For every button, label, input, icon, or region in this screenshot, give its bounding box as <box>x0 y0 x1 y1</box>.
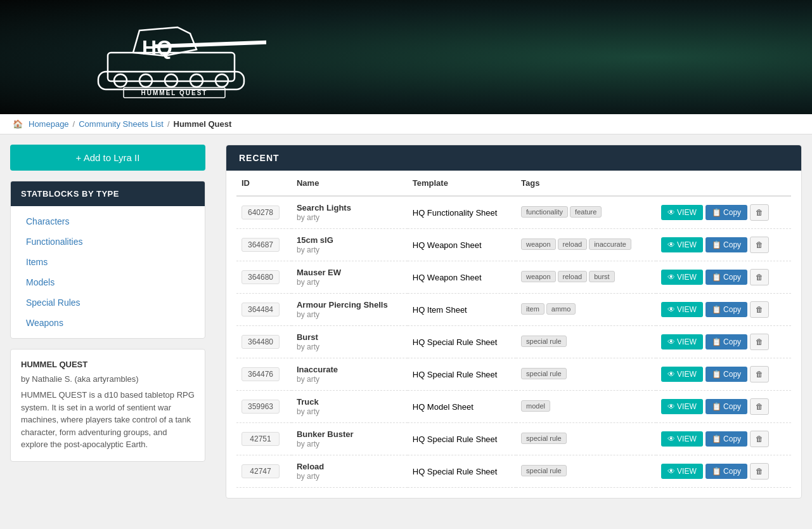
col-header-template: Template <box>408 171 516 196</box>
row-id: 364484 <box>236 294 292 326</box>
entry-author: by arty <box>297 213 319 222</box>
sidebar-item-items[interactable]: Items <box>11 252 205 272</box>
row-id: 364680 <box>236 261 292 294</box>
copy-button[interactable]: 📋 Copy <box>706 302 747 317</box>
delete-button[interactable]: 🗑 <box>750 463 769 480</box>
page-header: HQ HUMMEL QUEST <box>0 0 812 114</box>
entry-author: by arty <box>297 278 319 287</box>
col-header-name: Name <box>292 171 408 196</box>
id-badge: 364484 <box>242 303 280 317</box>
row-tags: special rule <box>516 455 656 488</box>
row-id: 364480 <box>236 326 292 358</box>
row-name: Bunker Busterby arty <box>292 423 408 455</box>
row-tags: itemammo <box>516 294 656 326</box>
table-row: 36468715cm sIGby artyHQ Weapon Sheetweap… <box>236 229 791 261</box>
sidebar-item-weapons[interactable]: Weapons <box>11 313 205 333</box>
delete-button[interactable]: 🗑 <box>750 334 769 350</box>
copy-button[interactable]: 📋 Copy <box>706 464 747 479</box>
row-template: HQ Functionality Sheet <box>408 196 516 229</box>
info-author: by Nathalie S. (aka artyrambles) <box>21 374 195 384</box>
home-icon: 🏠 <box>13 119 23 129</box>
breadcrumb-current: Hummel Quest <box>174 119 232 129</box>
row-name: Truckby arty <box>292 391 408 423</box>
sidebar-item-functionalities[interactable]: Functionalities <box>11 232 205 252</box>
entry-name: 15cm sIG <box>297 235 403 245</box>
copy-button[interactable]: 📋 Copy <box>706 334 747 349</box>
row-actions: 👁 VIEW📋 Copy🗑 <box>656 391 791 423</box>
breadcrumb-home[interactable]: Homepage <box>29 119 69 129</box>
table-wrapper: ID Name Template Tags 640278Search Light… <box>226 171 801 498</box>
id-badge: 364680 <box>242 270 280 284</box>
delete-button[interactable]: 🗑 <box>750 269 769 285</box>
sidebar-item-characters[interactable]: Characters <box>11 211 205 232</box>
view-button[interactable]: 👁 VIEW <box>661 431 703 447</box>
delete-button[interactable]: 🗑 <box>750 237 769 253</box>
entry-name: Armour Piercing Shells <box>297 300 403 310</box>
copy-button[interactable]: 📋 Copy <box>706 270 747 285</box>
table-row: 364484Armour Piercing Shellsby artyHQ It… <box>236 294 791 326</box>
row-tags: special rule <box>516 423 656 455</box>
breadcrumb-community[interactable]: Community Sheets List <box>79 119 164 129</box>
row-tags: weaponreloadburst <box>516 261 656 294</box>
delete-button[interactable]: 🗑 <box>750 301 769 318</box>
entry-author: by arty <box>297 245 319 254</box>
copy-button[interactable]: 📋 Copy <box>706 205 747 220</box>
tag-badge: ammo <box>546 303 576 315</box>
add-to-lyra-button[interactable]: + Add to Lyra II <box>10 145 205 171</box>
id-badge: 359963 <box>242 400 280 414</box>
entry-name: Mauser EW <box>297 268 403 277</box>
row-tags: special rule <box>516 326 656 358</box>
table-row: 42747Reloadby artyHQ Special Rule Sheets… <box>236 455 791 488</box>
entry-author: by arty <box>297 343 319 351</box>
svg-text:HQ: HQ <box>142 36 172 59</box>
delete-button[interactable]: 🗑 <box>750 204 769 221</box>
entry-name: Truck <box>297 397 403 407</box>
row-tags: weaponreloadinaccurate <box>516 229 656 261</box>
view-button[interactable]: 👁 VIEW <box>661 270 703 285</box>
copy-button[interactable]: 📋 Copy <box>706 431 747 447</box>
row-tags: special rule <box>516 358 656 391</box>
copy-button[interactable]: 📋 Copy <box>706 399 747 414</box>
statblocks-header: STATBLOCKS BY TYPE <box>11 181 205 206</box>
row-name: 15cm sIGby arty <box>292 229 408 261</box>
row-template: HQ Special Rule Sheet <box>408 358 516 391</box>
tag-badge: weapon <box>521 271 556 282</box>
view-button[interactable]: 👁 VIEW <box>661 464 703 479</box>
view-button[interactable]: 👁 VIEW <box>661 367 703 382</box>
col-header-actions <box>656 171 791 196</box>
row-actions: 👁 VIEW📋 Copy🗑 <box>656 294 791 326</box>
info-description: HUMMEL QUEST is a d10 based tabletop RPG… <box>21 389 195 451</box>
delete-button[interactable]: 🗑 <box>750 366 769 382</box>
sidebar-info-box: HUMMEL QUEST by Nathalie S. (aka artyram… <box>10 349 205 462</box>
svg-text:HUMMEL QUEST: HUMMEL QUEST <box>141 89 208 96</box>
col-header-id: ID <box>236 171 292 196</box>
entry-author: by arty <box>297 440 319 448</box>
delete-button[interactable]: 🗑 <box>750 431 769 447</box>
view-button[interactable]: 👁 VIEW <box>661 302 703 317</box>
table-row: 359963Truckby artyHQ Model Sheetmodel👁 V… <box>236 391 791 423</box>
view-button[interactable]: 👁 VIEW <box>661 205 703 220</box>
delete-button[interactable]: 🗑 <box>750 398 769 415</box>
sidebar-nav: Characters Functionalities Items Models … <box>11 206 205 338</box>
row-name: Inaccurateby arty <box>292 358 408 391</box>
row-template: HQ Model Sheet <box>408 391 516 423</box>
view-button[interactable]: 👁 VIEW <box>661 399 703 414</box>
row-template: HQ Special Rule Sheet <box>408 326 516 358</box>
id-badge: 364480 <box>242 335 280 349</box>
copy-button[interactable]: 📋 Copy <box>706 367 747 382</box>
entry-name: Bunker Buster <box>297 429 403 439</box>
view-button[interactable]: 👁 VIEW <box>661 334 703 349</box>
copy-button[interactable]: 📋 Copy <box>706 237 747 252</box>
recent-table: ID Name Template Tags 640278Search Light… <box>236 171 791 488</box>
entry-author: by arty <box>297 375 319 384</box>
site-logo: HQ HUMMEL QUEST <box>63 11 266 103</box>
table-row: 364476Inaccurateby artyHQ Special Rule S… <box>236 358 791 391</box>
tag-badge: reload <box>558 271 588 282</box>
statblocks-section: STATBLOCKS BY TYPE Characters Functional… <box>10 181 205 339</box>
sidebar-item-models[interactable]: Models <box>11 272 205 292</box>
tag-badge: model <box>521 400 550 412</box>
view-button[interactable]: 👁 VIEW <box>661 237 703 252</box>
sidebar-item-special-rules[interactable]: Special Rules <box>11 292 205 313</box>
row-template: HQ Special Rule Sheet <box>408 455 516 488</box>
tag-badge: special rule <box>521 433 567 444</box>
